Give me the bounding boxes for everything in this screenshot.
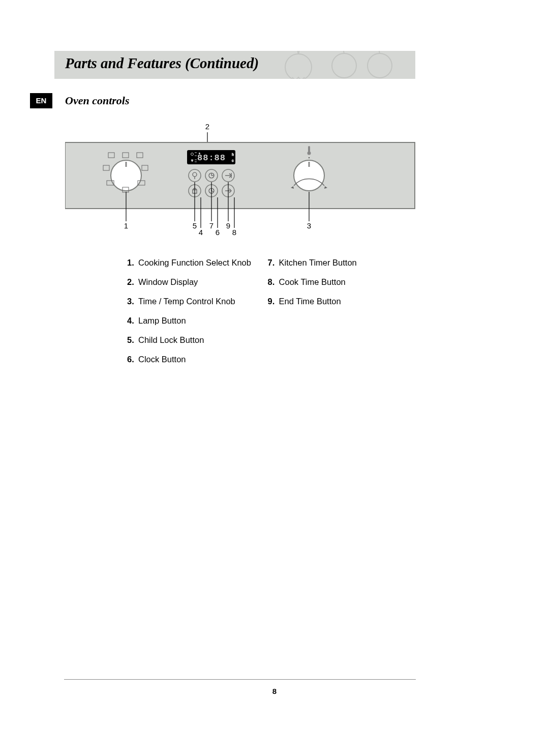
legend-item: 6.Clock Button	[127, 355, 265, 364]
section-title: Oven controls	[65, 94, 130, 107]
legend-item: 5.Child Lock Button	[127, 335, 265, 345]
callout-8: 8	[232, 228, 236, 237]
callout-3: 3	[307, 221, 311, 230]
callout-1: 1	[124, 221, 128, 230]
page: Parts and Features (Continued) EN Oven c…	[0, 0, 549, 756]
callout-5: 5	[193, 221, 197, 230]
svg-text:c: c	[232, 159, 234, 162]
legend-item: 3.Time / Temp Control Knob	[127, 297, 265, 306]
lamp-button	[189, 169, 201, 182]
svg-point-0	[285, 54, 312, 79]
svg-point-2	[368, 53, 392, 78]
window-display: 88:88 ° c h	[187, 150, 235, 164]
page-number: 8	[0, 687, 549, 695]
legend-item: 7.Kitchen Timer Button	[268, 258, 357, 268]
callout-2: 2	[205, 122, 209, 131]
callout-7: 7	[209, 221, 214, 230]
legend-item: 9.End Time Button	[268, 297, 357, 306]
legend-item: 8.Cook Time Button	[268, 277, 357, 287]
callout-9: 9	[226, 221, 230, 230]
svg-point-41	[309, 157, 310, 158]
oven-controls-diagram: 2 88:88 ° c h	[65, 122, 416, 242]
svg-text:88:88: 88:88	[197, 153, 226, 163]
legend-item: 2.Window Display	[127, 277, 265, 287]
legend-item: 4.Lamp Button	[127, 316, 265, 326]
callout-4: 4	[199, 228, 203, 237]
legend-item: 1.Cooking Function Select Knob	[127, 258, 265, 268]
page-title: Parts and Features (Continued)	[65, 55, 259, 72]
svg-rect-39	[308, 146, 310, 152]
language-tag: EN	[30, 93, 52, 108]
svg-point-40	[308, 152, 311, 155]
svg-point-1	[332, 53, 356, 78]
title-bar-deco	[273, 51, 415, 79]
svg-text:h: h	[232, 153, 234, 156]
footer-rule	[64, 679, 416, 680]
callout-6: 6	[216, 228, 220, 237]
legend: 1.Cooking Function Select Knob 2.Window …	[127, 258, 357, 374]
svg-text:°: °	[199, 153, 200, 156]
